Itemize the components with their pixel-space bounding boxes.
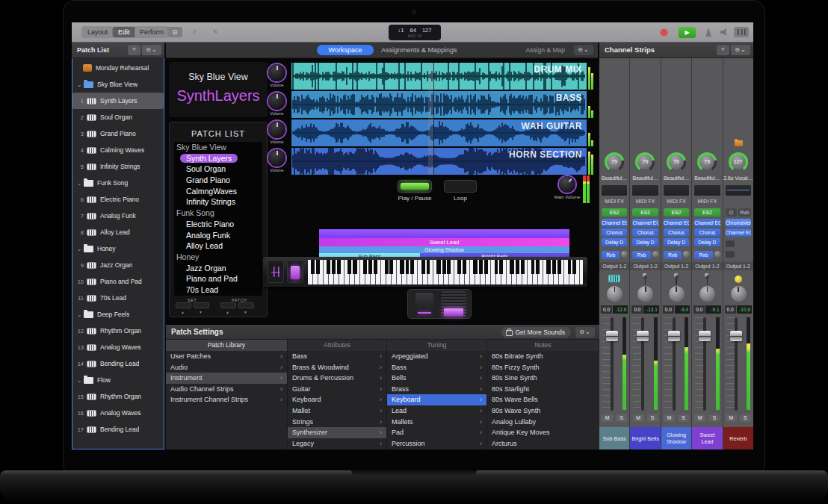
send-knob[interactable] xyxy=(652,251,659,258)
setting-name[interactable]: Beautiful… xyxy=(661,175,691,181)
monitors-button[interactable] xyxy=(734,27,749,37)
add-patch-button[interactable]: + xyxy=(128,45,140,55)
list-item[interactable]: 80s Bitrate Synth xyxy=(487,351,599,362)
patch-item[interactable]: 12Rhythm Organ xyxy=(72,323,164,339)
list-item[interactable]: Bass› xyxy=(387,362,486,373)
list-item[interactable]: Arcturus xyxy=(487,438,599,449)
send-slot[interactable]: Rvb xyxy=(602,251,620,259)
list-item[interactable]: 80s Wave Bells xyxy=(487,394,599,405)
waveform-region[interactable]: BASS xyxy=(291,91,587,118)
mute-button[interactable]: M xyxy=(602,414,613,422)
set-folder-item[interactable]: Flow xyxy=(72,372,164,388)
audio-fx-plugin[interactable]: Delay D xyxy=(694,238,720,246)
list-item[interactable]: Keyboard› xyxy=(288,394,386,405)
list-item[interactable]: Instrument› xyxy=(166,373,287,384)
patch-item[interactable]: 14Bending Lead xyxy=(72,355,164,372)
channel-strips-menu-button[interactable]: ⊖⌄ xyxy=(731,45,750,55)
mute-button[interactable]: M xyxy=(726,414,737,422)
patch-item[interactable]: 2Soul Organ xyxy=(72,109,164,125)
patch-item[interactable]: 6Electric Piano xyxy=(72,191,164,208)
list-item[interactable]: Drums & Percussion› xyxy=(288,373,386,384)
set-up-button[interactable] xyxy=(194,302,209,308)
output-selector[interactable]: Output 1-2 xyxy=(692,262,722,270)
smart-control-knob[interactable]: 79 xyxy=(605,152,624,172)
concert-item[interactable]: Monday Rehearsal xyxy=(72,60,164,76)
layer-sweet-lead[interactable]: Sweet Lead xyxy=(319,238,569,246)
tab-workspace[interactable]: Workspace xyxy=(317,45,374,55)
output-selector[interactable]: Output 1-2 xyxy=(630,262,660,270)
smart-control-knob[interactable]: 79 xyxy=(635,152,655,172)
patch-settings-menu-button[interactable]: ⊖⌄ xyxy=(575,327,595,337)
list-item[interactable]: Audio Channel Strips› xyxy=(166,384,287,395)
patch-list-screen[interactable]: PATCH LIST Sky Blue View Synth Layers So… xyxy=(169,122,268,317)
record-button[interactable] xyxy=(661,29,667,36)
track-volume-knob[interactable] xyxy=(268,149,285,167)
audio-fx-plugin[interactable]: Chorus xyxy=(632,228,658,237)
playhead[interactable] xyxy=(428,63,433,175)
list-item[interactable]: Analog Lullaby xyxy=(487,417,599,428)
list-item[interactable]: Bells› xyxy=(387,373,486,384)
chevron-down-icon[interactable] xyxy=(76,246,82,252)
patch-up-button[interactable] xyxy=(238,302,254,308)
expression-pedal[interactable] xyxy=(415,293,433,315)
list-item[interactable]: Brass› xyxy=(387,384,486,395)
patch-item[interactable]: 4Calming Waves xyxy=(72,142,164,158)
list-item[interactable]: Synthesizer› xyxy=(288,427,386,438)
piano-keys[interactable] xyxy=(308,260,583,284)
waveform-region[interactable]: DRUM MIX xyxy=(291,63,587,90)
list-item[interactable]: Piano and Pad xyxy=(174,273,262,284)
instrument-plugin[interactable]: ES2 xyxy=(602,208,627,217)
set-folder-item[interactable]: Funk Song xyxy=(72,175,164,191)
folder-icon[interactable] xyxy=(735,140,743,146)
send-source-button[interactable]: Rvb xyxy=(738,208,751,217)
tab-notes[interactable]: Notes xyxy=(487,340,599,351)
play-pause-button[interactable] xyxy=(398,180,432,193)
audio-fx-plugin[interactable]: Chorus xyxy=(694,228,720,237)
strip-name-plate[interactable]: Sub Bass xyxy=(599,427,629,449)
instrument-plugin[interactable]: ES2 xyxy=(664,208,689,217)
pan-knob[interactable] xyxy=(731,286,747,302)
smart-control-knob[interactable]: 79 xyxy=(667,152,686,172)
bypass-button[interactable]: O xyxy=(726,208,737,217)
waveform-region[interactable]: HORN SECTION xyxy=(291,148,587,175)
list-item[interactable]: Electric Piano xyxy=(174,219,262,230)
patch-down-button[interactable] xyxy=(220,302,236,308)
audio-fx-plugin[interactable]: Delay D xyxy=(632,238,658,246)
output-selector[interactable]: Output 1-2 xyxy=(723,262,753,270)
track-volume-knob[interactable] xyxy=(268,121,285,138)
audio-fx-plugin[interactable]: Channel EQ xyxy=(602,219,627,227)
set-folder-item[interactable]: Sky Blue View xyxy=(72,76,164,93)
mute-button[interactable]: M xyxy=(694,414,705,422)
track-volume-knob[interactable] xyxy=(268,93,285,110)
list-item[interactable]: 80s Wave Synth xyxy=(487,405,599,417)
list-item[interactable]: Legacy› xyxy=(288,438,386,449)
patch-item[interactable]: 3Grand Piano xyxy=(72,125,164,142)
patch-item[interactable]: 17Bending Lead xyxy=(72,421,164,438)
sustain-pedal[interactable] xyxy=(441,291,466,317)
assign-map-button[interactable]: Assign & Map xyxy=(526,43,565,57)
volume-fader[interactable] xyxy=(631,316,658,412)
list-item[interactable]: Arpeggiated› xyxy=(387,351,486,362)
solo-button[interactable]: S xyxy=(647,414,658,422)
list-item[interactable]: Jazz Organ xyxy=(174,263,262,274)
output-selector[interactable]: Output 1-2 xyxy=(599,262,629,270)
eq-thumbnail[interactable] xyxy=(602,185,627,196)
perform-mode-button[interactable]: Perform xyxy=(135,27,169,37)
play-button[interactable]: ▶ xyxy=(679,27,696,38)
output-selector[interactable]: Output 1-2 xyxy=(661,262,691,270)
audio-fx-plugin[interactable]: ChromaVerb xyxy=(726,219,751,227)
eq-thumbnail[interactable] xyxy=(632,185,658,196)
controller-pad[interactable] xyxy=(287,261,303,283)
audio-fx-plugin[interactable]: Channel EQ xyxy=(664,219,689,227)
audio-fx-plugin[interactable]: Delay D xyxy=(664,238,689,246)
list-item[interactable]: Strings› xyxy=(288,417,386,428)
setting-name[interactable]: Beautiful… xyxy=(692,175,722,181)
send-knob[interactable] xyxy=(621,251,628,258)
list-item[interactable]: Infinity Strings xyxy=(174,196,262,208)
volume-fader[interactable] xyxy=(601,316,628,412)
set-folder-item[interactable]: Deep Feels xyxy=(72,306,164,323)
list-item[interactable]: 70s Lead xyxy=(174,284,262,296)
list-item[interactable]: Audio› xyxy=(166,362,287,373)
tuner-button[interactable]: ✎ xyxy=(208,27,223,37)
patch-item[interactable]: 5Infinity Strings xyxy=(72,158,164,175)
